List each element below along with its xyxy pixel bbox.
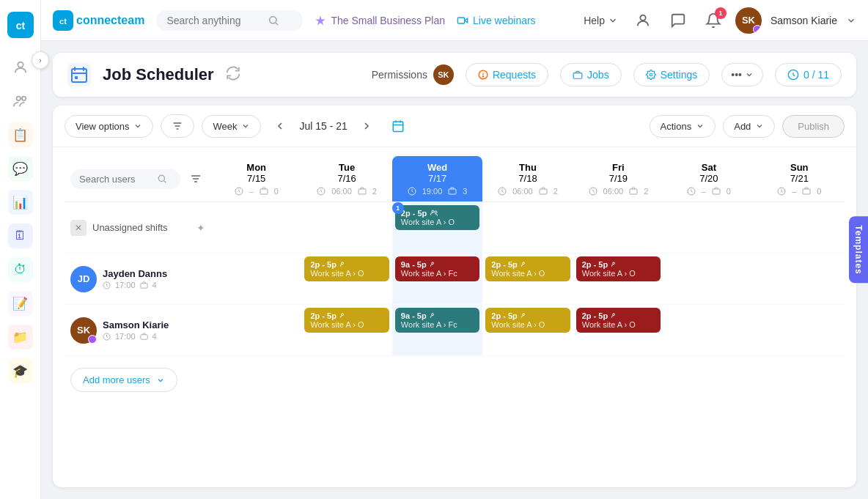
samson-shift-tue[interactable]: 2p - 5p Work site A › O	[304, 308, 389, 333]
date-range-label: Jul 15 - 21	[299, 120, 347, 132]
user-avatar[interactable]: SK	[735, 7, 762, 34]
reports-icon: 📊	[5, 187, 36, 218]
sidebar-item-scheduler[interactable]: 🗓	[0, 220, 40, 252]
samson-shift-thu[interactable]: 2p - 5p Work site A › O	[485, 308, 570, 333]
view-options-button[interactable]: View options	[65, 115, 153, 138]
chat-nav-button[interactable]	[665, 7, 691, 34]
jayden-name: Jayden Danns	[103, 268, 205, 279]
sync-button[interactable]	[226, 66, 240, 84]
user-search-box[interactable]	[70, 169, 180, 189]
wand-icon[interactable]: ✦	[196, 222, 205, 234]
svg-text:ct: ct	[59, 17, 67, 26]
main-content: Job Scheduler Permissions SK Requests Jo…	[41, 41, 868, 499]
shift-badge: 1	[392, 202, 404, 214]
sidebar-item-timeclock[interactable]: ⏱	[0, 254, 40, 286]
svg-rect-12	[75, 76, 78, 79]
unassigned-shift-wed[interactable]: 1 2p - 5p Work site A › O	[395, 205, 479, 230]
forms-icon: 📝	[5, 288, 36, 319]
chevron-left-icon	[274, 120, 286, 132]
people-nav-button[interactable]	[630, 7, 656, 34]
clock-icon-sat	[687, 187, 696, 196]
quota-icon	[787, 69, 799, 81]
user-search-input[interactable]	[79, 174, 152, 185]
jayden-sun	[754, 254, 845, 305]
sidebar-collapse-btn[interactable]: ›	[32, 51, 49, 69]
sidebar-item-training[interactable]: 🎓	[0, 355, 40, 387]
samson-badge	[88, 335, 97, 344]
team-icon	[339, 261, 347, 269]
col-header-mon: Mon 7/15 – 0	[211, 156, 301, 202]
shift-icon-fri	[629, 187, 638, 196]
search-input[interactable]	[166, 15, 262, 26]
scheduler-page-icon	[67, 63, 91, 86]
unassigned-tue	[301, 202, 391, 254]
unassigned-thu	[482, 202, 573, 254]
user-menu-chevron[interactable]	[846, 15, 856, 26]
svg-rect-28	[540, 189, 547, 194]
sidebar-item-reports[interactable]: 📊	[0, 186, 40, 218]
samson-shift-fri[interactable]: 2p - 5p Work site A › O	[576, 308, 661, 333]
clock-icon-fri	[589, 187, 597, 196]
sidebar-item-tasks[interactable]: 📋	[0, 119, 40, 151]
publish-button[interactable]: Publish	[782, 115, 845, 138]
svg-rect-24	[358, 189, 366, 194]
user-cell-jayden: JD Jayden Danns 17:00 4	[65, 254, 211, 305]
team-icon	[521, 312, 529, 320]
quota-button[interactable]: 0 / 11	[775, 63, 842, 86]
avatar-badge	[753, 25, 762, 34]
filter-button[interactable]	[161, 114, 194, 138]
col-header-fri: Fri 7/19 06:00 2	[573, 156, 663, 202]
jobs-button[interactable]: Jobs	[560, 63, 622, 86]
sidebar-item-files[interactable]: 📁	[0, 321, 40, 353]
col-header-tue: Tue 7/16 06:00 2	[301, 156, 391, 202]
templates-tab[interactable]: Templates	[849, 216, 868, 283]
scheduler-panel: View options Week Jul 15 - 21	[53, 106, 856, 487]
help-button[interactable]: Help	[584, 15, 618, 26]
jayden-shift-thu[interactable]: 2p - 5p Work site A › O	[485, 256, 570, 281]
add-users-button[interactable]: Add more users	[70, 368, 177, 392]
svg-point-3	[16, 97, 21, 101]
unassigned-wed: 1 2p - 5p Work site A › O	[392, 202, 482, 254]
settings-button[interactable]: Settings	[633, 63, 710, 86]
prev-week-button[interactable]	[268, 117, 292, 135]
jayden-shift-tue[interactable]: 2p - 5p Work site A › O	[304, 256, 389, 281]
user-cell-samson: SK Samson Kiarie 17:00 4	[65, 305, 211, 356]
svg-point-9	[640, 15, 645, 20]
sidebar-item-chat[interactable]: 💬	[0, 152, 40, 185]
permissions-label: Permissions	[372, 69, 427, 81]
person-icon	[635, 12, 651, 29]
col-header-thu: Thu 7/18 06:00 2	[482, 156, 573, 202]
actions-button[interactable]: Actions	[650, 115, 716, 138]
unassigned-fri	[573, 202, 663, 254]
tasks-icon: 📋	[5, 119, 36, 150]
add-button[interactable]: Add	[723, 115, 775, 138]
team-icon	[339, 312, 347, 320]
sidebar-item-forms[interactable]: 📝	[0, 287, 40, 319]
connecteam-logo: ct	[7, 12, 34, 38]
plan-button[interactable]: The Small Business Plan	[315, 15, 445, 26]
samson-name: Samson Kiarie	[103, 319, 205, 330]
more-options-button[interactable]: •••	[721, 63, 763, 86]
sort-button[interactable]	[186, 169, 205, 189]
week-selector[interactable]: Week	[202, 115, 261, 138]
samson-shift-wed[interactable]: 9a - 5p Work site A › Fc	[395, 308, 479, 333]
top-navigation: ct connecteam The Small Business Plan Li…	[41, 0, 868, 41]
jayden-shift-fri[interactable]: 2p - 5p Work site A › O	[576, 256, 661, 281]
permissions-avatar[interactable]: SK	[433, 64, 454, 85]
calendar-picker-button[interactable]	[386, 117, 411, 136]
svg-rect-10	[67, 63, 91, 86]
requests-button[interactable]: Requests	[466, 63, 548, 86]
next-week-button[interactable]	[355, 117, 378, 135]
notification-button[interactable]: 1	[700, 7, 727, 34]
global-search[interactable]	[156, 10, 303, 31]
jayden-tue: 2p - 5p Work site A › O	[301, 254, 391, 305]
samson-fri: 2p - 5p Work site A › O	[573, 305, 663, 356]
jayden-shift-wed[interactable]: 9a - 5p Work site A › Fc	[395, 256, 479, 281]
sidebar-item-groups[interactable]	[0, 85, 40, 117]
svg-rect-8	[457, 18, 464, 23]
team-icon	[521, 261, 529, 269]
webinar-button[interactable]: Live webinars	[457, 15, 536, 26]
logo-area: ct	[1, 6, 40, 47]
app-logo[interactable]: ct connecteam	[53, 10, 144, 31]
shift-icon-thu	[539, 187, 548, 196]
